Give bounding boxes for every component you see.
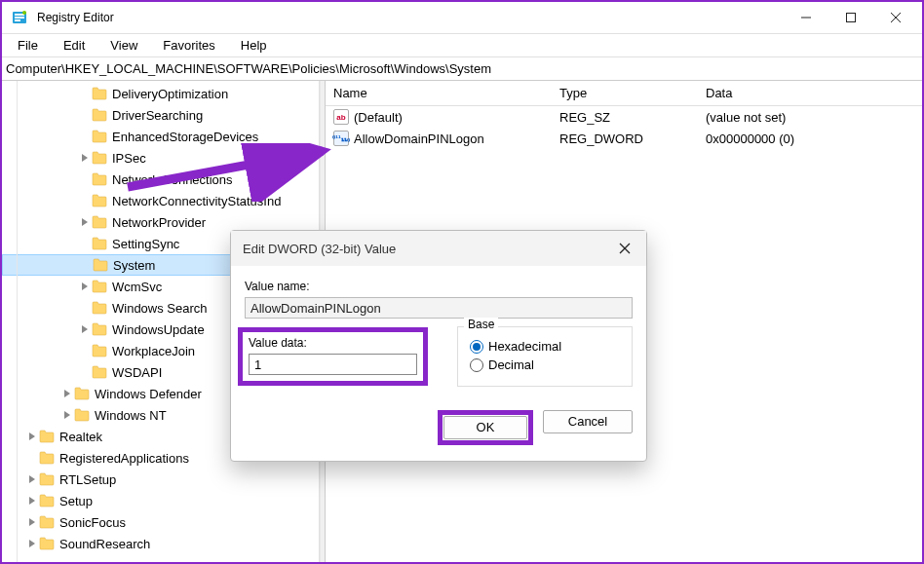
col-header-data[interactable]: Data [702, 86, 922, 100]
value-data: (value not set) [702, 110, 922, 125]
folder-icon [92, 215, 107, 229]
chevron-right-icon[interactable] [25, 496, 39, 507]
close-icon [619, 243, 631, 254]
folder-icon [92, 301, 107, 315]
folder-icon [92, 172, 107, 186]
col-header-type[interactable]: Type [556, 86, 702, 100]
window-title: Registry Editor [37, 11, 784, 24]
close-button[interactable] [873, 2, 918, 33]
folder-icon [92, 280, 107, 293]
dialog-close-button[interactable] [615, 241, 635, 257]
value-data-field[interactable] [249, 354, 417, 375]
value-data-label: Value data: [249, 336, 417, 350]
app-icon [12, 10, 27, 25]
chevron-right-icon[interactable] [78, 153, 92, 164]
folder-icon [39, 430, 55, 443]
tree-item-label: IPSec [112, 151, 146, 166]
tree-item[interactable]: DriverSearching [2, 104, 319, 126]
menubar: File Edit View Favorites Help [2, 34, 922, 57]
tree-item[interactable]: SoundResearch [2, 533, 319, 554]
folder-icon [92, 237, 107, 250]
chevron-right-icon[interactable] [25, 432, 39, 442]
folder-icon [92, 151, 107, 165]
folder-icon [39, 537, 55, 550]
tree-item-label: WindowsUpdate [112, 322, 205, 337]
value-type: REG_SZ [556, 110, 702, 125]
tree-item[interactable]: SonicFocus [2, 511, 319, 533]
registry-value-row[interactable]: ab(Default)REG_SZ(value not set) [326, 106, 922, 128]
tree-item[interactable]: Setup [2, 490, 319, 511]
chevron-right-icon[interactable] [25, 517, 39, 528]
chevron-right-icon[interactable] [78, 282, 92, 292]
value-type: REG_DWORD [556, 132, 702, 146]
chevron-right-icon[interactable] [25, 474, 39, 485]
registry-editor-window: Registry Editor File Edit View Favorites… [0, 0, 924, 564]
tree-item-label: NetworkConnectivityStatusInd [112, 194, 281, 208]
radio-hexadecimal[interactable]: Hexadecimal [470, 339, 620, 354]
chevron-right-icon[interactable] [25, 539, 39, 549]
folder-icon [74, 387, 90, 400]
tree-item-label: Setup [59, 494, 93, 508]
folder-icon [39, 494, 55, 508]
svg-point-4 [22, 11, 26, 15]
tree-item-label: NetworkProvider [112, 215, 206, 230]
tree-item-label: WorkplaceJoin [112, 344, 195, 358]
folder-icon [92, 322, 107, 336]
tree-item-label: RegisteredApplications [59, 451, 189, 466]
value-name-label: Value name: [245, 280, 633, 293]
tree-item-label: Windows Defender [95, 387, 202, 401]
chevron-right-icon[interactable] [60, 410, 74, 421]
folder-icon [92, 365, 107, 379]
edit-dword-dialog: Edit DWORD (32-bit) Value Value name: Va… [230, 230, 647, 462]
col-header-name[interactable]: Name [329, 86, 556, 100]
dword-value-icon: ⁰¹¹₁₁₀ [333, 131, 349, 146]
radio-decimal[interactable]: Decimal [470, 357, 620, 372]
tree-item-label: EnhancedStorageDevices [112, 130, 258, 144]
tree-item-label: Windows NT [95, 408, 167, 423]
menu-help[interactable]: Help [229, 36, 279, 55]
tree-item-label: Windows Search [112, 301, 208, 316]
registry-value-row[interactable]: ⁰¹¹₁₁₀AllowDomainPINLogonREG_DWORD0x0000… [326, 128, 922, 149]
minimize-button[interactable] [784, 2, 828, 33]
value-name: (Default) [354, 110, 403, 125]
chevron-right-icon[interactable] [78, 324, 92, 335]
menu-edit[interactable]: Edit [52, 36, 96, 55]
value-data: 0x00000000 (0) [702, 132, 922, 146]
cancel-button[interactable]: Cancel [543, 410, 633, 433]
menu-file[interactable]: File [6, 36, 50, 55]
tree-item-label: SonicFocus [59, 515, 126, 530]
string-value-icon: ab [333, 109, 349, 125]
ok-button-highlight: OK [438, 410, 533, 445]
tree-item-label: SoundResearch [59, 537, 150, 551]
tree-item-label: WcmSvc [112, 280, 162, 294]
close-icon [891, 13, 901, 22]
tree-item[interactable]: EnhancedStorageDevices [2, 126, 319, 147]
folder-icon [92, 87, 107, 100]
tree-item[interactable]: RTLSetup [2, 469, 319, 490]
tree-item[interactable]: NetworkConnectivityStatusInd [2, 190, 319, 211]
chevron-right-icon[interactable] [78, 217, 92, 228]
radio-icon [470, 340, 483, 354]
folder-icon [74, 408, 90, 422]
maximize-button[interactable] [828, 2, 873, 33]
tree-item-label: System [113, 258, 155, 273]
radio-hex-label: Hexadecimal [488, 339, 561, 354]
titlebar: Registry Editor [2, 2, 922, 34]
base-group: Base Hexadecimal Decimal [457, 326, 633, 387]
tree-item[interactable]: Network Connections [2, 169, 319, 190]
tree-item[interactable]: DeliveryOptimization [2, 83, 319, 104]
tree-item[interactable]: IPSec [2, 147, 319, 169]
value-name: AllowDomainPINLogon [354, 132, 484, 146]
chevron-right-icon[interactable] [60, 389, 74, 399]
tree-item-label: SettingSync [112, 237, 179, 251]
folder-icon [93, 258, 108, 272]
value-name-field [245, 297, 633, 319]
ok-button[interactable]: OK [443, 416, 527, 439]
menu-view[interactable]: View [98, 36, 149, 55]
maximize-icon [846, 13, 856, 22]
dialog-title: Edit DWORD (32-bit) Value [243, 242, 615, 256]
address-bar[interactable]: Computer\HKEY_LOCAL_MACHINE\SOFTWARE\Pol… [2, 57, 922, 81]
menu-favorites[interactable]: Favorites [151, 36, 226, 55]
base-legend: Base [464, 318, 498, 331]
value-data-highlight: Value data: [238, 327, 428, 386]
